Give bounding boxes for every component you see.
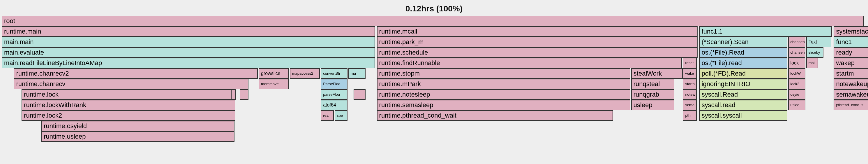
flamegraph-frame[interactable]: func1.1: [699, 26, 832, 37]
flamegraph-frame[interactable]: main.evaluate: [2, 47, 375, 58]
flamegraph-frame[interactable]: runtime.pthread_cond_wait: [377, 110, 613, 121]
flamegraph-frame[interactable]: syscall.Read: [699, 89, 787, 100]
flamegraph-frame[interactable]: usleep: [631, 100, 674, 110]
flamegraph-frame[interactable]: sema: [683, 100, 696, 110]
flamegraph-frame[interactable]: runtime.stopm: [377, 68, 630, 79]
flamegraph-frame[interactable]: Text: [806, 37, 831, 47]
flamegraph-frame[interactable]: uslee: [788, 100, 805, 110]
flamegraph-frame[interactable]: semawakeup: [834, 89, 868, 100]
flamegraph-frame[interactable]: runtime.chanrecv: [14, 79, 248, 89]
flamegraph-frame[interactable]: stealWork: [631, 68, 683, 79]
flamegraph-frame[interactable]: poll.(*FD).Read: [699, 68, 787, 79]
flamegraph-frame[interactable]: ignoringEINTRIO: [699, 79, 787, 89]
flamegraph-frame[interactable]: runtime.main: [2, 26, 375, 37]
flamegraph-frame[interactable]: [353, 89, 366, 100]
flamegraph-frame[interactable]: runtime.mcall: [377, 26, 698, 37]
flamegraph-frame[interactable]: spe: [335, 110, 347, 121]
flamegraph-frame[interactable]: systemstack: [834, 26, 868, 37]
flamegraph-frame[interactable]: convertStr: [321, 68, 347, 79]
flamegraph-frame[interactable]: notew: [683, 89, 696, 100]
flamegraph-frame[interactable]: syscall.read: [699, 100, 787, 110]
flamegraph-frame[interactable]: main.readFileLineByLineIntoAMap: [2, 58, 375, 68]
flamegraph-frame[interactable]: lock: [788, 58, 805, 68]
flamegraph-frame[interactable]: runtime.mPark: [377, 79, 630, 89]
flamegraph-frame[interactable]: runtime.chanrecv2: [14, 68, 258, 79]
flamegraph-frame[interactable]: runqsteal: [631, 79, 674, 89]
flamegraph-frame[interactable]: notewakeup: [834, 79, 868, 89]
flamegraph-frame[interactable]: osyie: [788, 89, 805, 100]
flamegraph-frame[interactable]: runtime.osyield: [41, 121, 235, 131]
flamegraph-frame[interactable]: runtime.lock2: [22, 110, 235, 121]
flamegraph-frame[interactable]: ParseFloa: [321, 79, 347, 89]
flamegraph-frame[interactable]: [231, 89, 236, 100]
flamegraph-frame[interactable]: sliceby: [806, 47, 824, 58]
flamegraph-frame[interactable]: wakep: [834, 58, 868, 68]
flamegraph-frame[interactable]: os.(*File).read: [699, 58, 787, 68]
flamegraph-frame[interactable]: atof64: [321, 100, 347, 110]
flamegraph-frame[interactable]: ma: [348, 68, 366, 79]
flamegraph-frame[interactable]: memmove: [259, 79, 289, 89]
flamegraph-frame[interactable]: pthread_cond_s: [834, 100, 868, 110]
flamegraph-title: 0.12hrs (100%): [0, 4, 868, 13]
flamegraph-frame[interactable]: runtime.park_m: [377, 37, 698, 47]
flamegraph-frame[interactable]: rea: [321, 110, 334, 121]
flamegraph-frame[interactable]: lockW: [788, 68, 805, 79]
flamegraph-frame[interactable]: mapaccess2: [290, 68, 320, 79]
flamegraph-frame[interactable]: (*Scanner).Scan: [699, 37, 787, 47]
flamegraph-frame[interactable]: ready: [834, 47, 868, 58]
flamegraph-frame[interactable]: main.main: [2, 37, 375, 47]
flamegraph-frame[interactable]: wake: [683, 68, 696, 79]
flamegraph-frame[interactable]: runtime.lockWithRank: [22, 100, 235, 110]
flamegraph-frame[interactable]: os.(*File).Read: [699, 47, 787, 58]
flamegraph-frame[interactable]: syscall.syscall: [699, 110, 787, 121]
flamegraph-frame[interactable]: lock2: [788, 79, 805, 89]
flamegraph-frame[interactable]: root: [2, 16, 864, 26]
flamegraph-frame[interactable]: reset: [683, 58, 696, 68]
flamegraph-frame[interactable]: [240, 89, 248, 100]
flamegraph-frame[interactable]: chansend: [788, 47, 805, 58]
flamegraph-frame[interactable]: runtime.findRunnable: [377, 58, 682, 68]
flamegraph-frame[interactable]: pthr: [683, 110, 696, 121]
flamegraph-frame[interactable]: runtime.notesleep: [377, 89, 630, 100]
flamegraph-frame[interactable]: chansend: [788, 37, 805, 47]
flamegraph-canvas: rootruntime.mainruntime.mcallfunc1.1syst…: [2, 16, 866, 144]
flamegraph-frame[interactable]: parseFloa: [321, 89, 347, 100]
flamegraph-frame[interactable]: func1: [834, 37, 868, 47]
flamegraph-frame[interactable]: runtime.semasleep: [377, 100, 630, 110]
flamegraph-frame[interactable]: runtime.lock: [22, 89, 235, 100]
flamegraph-frame[interactable]: startm: [834, 68, 868, 79]
flamegraph-frame[interactable]: startn: [683, 79, 696, 89]
flamegraph-frame[interactable]: runtime.schedule: [377, 47, 698, 58]
flamegraph-frame[interactable]: growslice: [259, 68, 289, 79]
flamegraph-frame[interactable]: runqgrab: [631, 89, 674, 100]
flamegraph-frame[interactable]: mall: [806, 58, 818, 68]
flamegraph-frame[interactable]: runtime.usleep: [41, 131, 235, 142]
